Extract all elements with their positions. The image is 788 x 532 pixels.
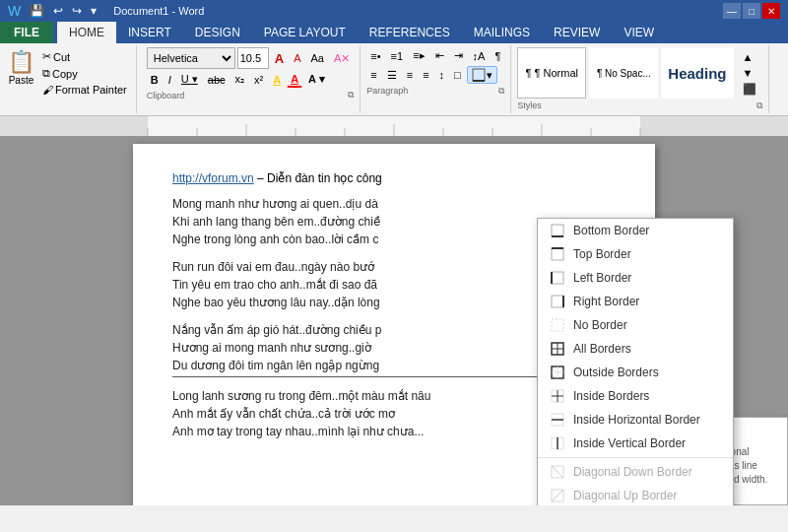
shading-button[interactable]: □ (450, 67, 465, 83)
strikethrough-button[interactable]: abc (204, 72, 230, 88)
top-border-item[interactable]: Top Border (538, 242, 733, 266)
copy-button[interactable]: ⧉ Copy (39, 66, 130, 81)
align-center-button[interactable]: ☰ (383, 67, 401, 84)
ribbon-tabs-bar: FILE HOME INSERT DESIGN PAGE LAYOUT REFE… (0, 22, 788, 43)
justify-button[interactable]: ≡ (419, 67, 432, 83)
heading-label: Heading (668, 65, 726, 82)
no-spacing-style[interactable]: ¶ No Spac... (589, 47, 658, 99)
normal-style[interactable]: ¶ ¶ Normal (517, 47, 586, 99)
svg-rect-18 (552, 248, 563, 260)
right-border-icon (550, 294, 565, 309)
subscript-button[interactable]: x₂ (231, 71, 249, 88)
svg-rect-16 (552, 225, 563, 236)
home-tab[interactable]: HOME (57, 22, 116, 43)
cut-button[interactable]: ✂ Cut (39, 49, 130, 64)
bullets-button[interactable]: ≡• (366, 48, 384, 64)
increase-indent-button[interactable]: ⇥ (450, 47, 467, 64)
diagonal-up-border-item[interactable]: Diagonal Up Border (538, 484, 733, 505)
copy-icon: ⧉ (42, 67, 50, 80)
minimize-button[interactable]: — (723, 3, 741, 19)
diagonal-down-border-item[interactable]: Diagonal Down Border (538, 460, 733, 484)
svg-rect-22 (552, 296, 563, 307)
text-color-button[interactable]: A (287, 71, 302, 88)
file-tab[interactable]: FILE (0, 22, 53, 43)
para-group-footer: Paragraph ⧉ (366, 86, 504, 97)
heading-style[interactable]: Heading (661, 47, 733, 99)
references-tab[interactable]: REFERENCES (358, 22, 462, 43)
svg-line-41 (552, 490, 563, 501)
align-right-button[interactable]: ≡ (403, 67, 417, 83)
no-spacing-label: ¶ No Spac... (596, 68, 651, 79)
diagonal-up-icon (550, 488, 565, 503)
font-size-input[interactable] (237, 47, 269, 69)
undo-button[interactable]: ↩ (50, 4, 66, 18)
bottom-border-item[interactable]: Bottom Border (538, 219, 733, 242)
font-row1: Helvetica A A Aa A✕ (147, 47, 355, 69)
border-dropdown-menu: Bottom Border Top Border Left Border Rig… (537, 218, 734, 505)
inside-horizontal-border-item[interactable]: Inside Horizontal Border (538, 408, 733, 432)
clear-format-button[interactable]: A✕ (330, 50, 354, 67)
ribbon-content: 📋 Paste ✂ Cut ⧉ Copy 🖌 Format Painter (0, 43, 788, 116)
multilevel-button[interactable]: ≡▸ (409, 47, 428, 64)
mailings-tab[interactable]: MAILINGS (462, 22, 542, 43)
border-button[interactable]: ▾ (467, 66, 497, 84)
no-border-icon (550, 317, 565, 333)
svg-rect-20 (552, 272, 563, 284)
styles-down-arrow[interactable]: ▼ (739, 65, 760, 81)
inside-vertical-icon (550, 435, 565, 451)
paste-button[interactable]: 📋 Paste (6, 47, 36, 88)
save-button[interactable]: 💾 (27, 4, 47, 18)
design-tab[interactable]: DESIGN (183, 22, 252, 43)
underline-button[interactable]: U ▾ (177, 71, 202, 88)
svg-rect-4 (640, 116, 788, 136)
italic-button[interactable]: I (164, 72, 175, 88)
document-link[interactable]: http://vforum.vn (172, 171, 254, 185)
decrease-indent-button[interactable]: ⇤ (431, 47, 448, 64)
restore-button[interactable]: □ (743, 3, 760, 19)
all-borders-item[interactable]: All Borders (538, 337, 733, 361)
inside-vertical-border-item[interactable]: Inside Vertical Border (538, 432, 733, 455)
decrease-font-button[interactable]: A (290, 50, 304, 66)
styles-more-button[interactable]: ⬛ (739, 81, 760, 98)
align-left-button[interactable]: ≡ (366, 67, 380, 83)
customize-qat-button[interactable]: ▾ (88, 4, 99, 18)
ribbon: FILE HOME INSERT DESIGN PAGE LAYOUT REFE… (0, 22, 788, 116)
line-spacing-button[interactable]: ↕ (435, 67, 449, 83)
page-layout-tab[interactable]: PAGE LAYOUT (252, 22, 358, 43)
scissors-icon: ✂ (42, 50, 51, 63)
format-painter-button[interactable]: 🖌 Format Painter (39, 83, 130, 97)
review-tab[interactable]: REVIEW (542, 22, 612, 43)
styles-up-arrow[interactable]: ▲ (739, 49, 760, 65)
view-tab[interactable]: VIEW (612, 22, 666, 43)
redo-button[interactable]: ↪ (69, 4, 85, 18)
close-button[interactable]: ✕ (762, 3, 780, 19)
no-border-item[interactable]: No Border (538, 313, 733, 337)
inside-horizontal-icon (550, 412, 565, 428)
svg-rect-0 (473, 69, 485, 81)
superscript-button[interactable]: x² (250, 72, 267, 88)
window-controls: — □ ✕ (723, 3, 780, 19)
show-marks-button[interactable]: ¶ (491, 48, 504, 64)
para-dialog-launcher[interactable]: ⧉ (498, 86, 504, 97)
outside-borders-item[interactable]: Outside Borders (538, 361, 733, 384)
font-name-select[interactable]: Helvetica (147, 47, 235, 69)
font-dialog-launcher[interactable]: ⧉ (348, 90, 354, 100)
border-icon (472, 68, 486, 82)
styles-dialog-launcher[interactable]: ⧉ (756, 100, 762, 111)
left-border-item[interactable]: Left Border (538, 266, 733, 290)
font-color-button[interactable]: A ▾ (304, 71, 329, 88)
outside-borders-icon (550, 365, 565, 380)
increase-font-button[interactable]: A (271, 49, 288, 68)
inside-borders-item[interactable]: Inside Borders (538, 384, 733, 408)
para-row2: ≡ ☰ ≡ ≡ ↕ □ ▾ (366, 66, 504, 84)
word-icon: W (8, 3, 21, 19)
right-border-item[interactable]: Right Border (538, 290, 733, 313)
insert-tab[interactable]: INSERT (116, 22, 183, 43)
change-case-button[interactable]: Aa (306, 50, 327, 66)
numbering-button[interactable]: ≡1 (387, 48, 408, 64)
document-link-line: http://vforum.vn – Diễn đàn tin học công (172, 171, 616, 185)
clipboard-mini-buttons: ✂ Cut ⧉ Copy 🖌 Format Painter (39, 47, 130, 97)
highlight-button[interactable]: A (269, 72, 285, 88)
sort-button[interactable]: ↕A (469, 48, 490, 64)
bold-button[interactable]: B (147, 72, 163, 88)
